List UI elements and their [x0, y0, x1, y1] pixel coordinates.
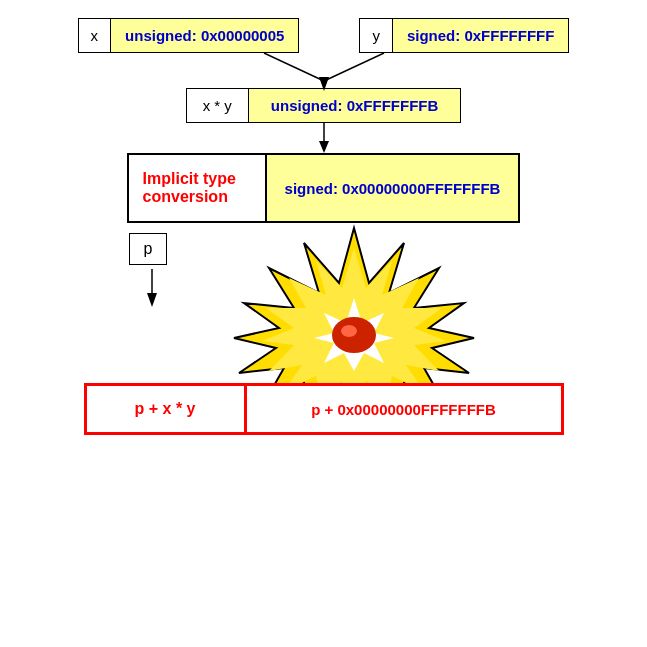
multiply-label: x * y — [186, 88, 249, 123]
svg-line-0 — [264, 53, 324, 81]
implicit-label: Implicit type conversion — [127, 153, 267, 223]
svg-marker-11 — [147, 293, 157, 307]
diagram: x unsigned: 0x00000005 y signed: 0xFFFFF… — [0, 0, 647, 453]
result-left: p + x * y — [87, 386, 247, 432]
implicit-value: signed: 0x00000000FFFFFFFB — [267, 153, 521, 223]
y-value: signed: 0xFFFFFFFF — [393, 18, 570, 53]
p-box: p — [129, 233, 168, 265]
svg-marker-2 — [319, 77, 329, 91]
result-right: p + 0x00000000FFFFFFFB — [247, 386, 561, 432]
explosion-area: p p + x * y p + 0x00000000FFFFFFFB — [74, 223, 574, 453]
y-var-box: y signed: 0xFFFFFFFF — [359, 18, 569, 53]
x-label: x — [78, 18, 112, 53]
y-label: y — [359, 18, 393, 53]
multiply-value: unsigned: 0xFFFFFFFB — [249, 88, 461, 123]
x-value: unsigned: 0x00000005 — [111, 18, 299, 53]
svg-point-9 — [341, 325, 357, 337]
result-box: p + x * y p + 0x00000000FFFFFFFB — [84, 383, 564, 435]
p-arrow-svg — [145, 269, 159, 307]
converge-arrow-svg — [174, 53, 474, 91]
x-var-box: x unsigned: 0x00000005 — [78, 18, 300, 53]
arrow-after-multiply — [317, 123, 331, 153]
p-label: p — [144, 240, 153, 257]
row2-multiply: x * y unsigned: 0xFFFFFFFB — [186, 88, 462, 123]
row1-vars: x unsigned: 0x00000005 y signed: 0xFFFFF… — [78, 18, 570, 53]
row3-implicit: Implicit type conversion signed: 0x00000… — [127, 153, 521, 223]
svg-marker-4 — [319, 141, 329, 153]
converge-arrows — [174, 53, 474, 88]
svg-line-1 — [324, 53, 384, 81]
